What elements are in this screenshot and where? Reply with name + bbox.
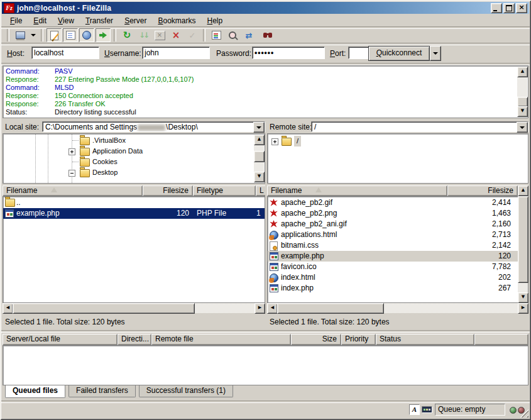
remote-site-dropdown-button[interactable] xyxy=(517,122,528,133)
tree-item-label: Application Data xyxy=(92,146,143,157)
local-tree: .VirtualBox Application Data Cookies Des… xyxy=(3,133,265,184)
scrollbar-thumb[interactable] xyxy=(518,196,528,283)
toggle-local-tree-button[interactable] xyxy=(63,28,78,42)
column-header-last-modified[interactable]: L xyxy=(256,185,265,196)
file-row[interactable]: index.html202 xyxy=(268,272,518,283)
file-row[interactable]: applications.html2,713 xyxy=(268,229,518,240)
host-input[interactable] xyxy=(31,47,99,59)
directory-listing-filters-button[interactable] xyxy=(209,28,224,42)
quickconnect-button[interactable]: Quickconnect xyxy=(368,46,430,61)
directory-comparison-button[interactable] xyxy=(225,28,240,42)
scroll-left-button[interactable]: ◀ xyxy=(267,303,278,314)
column-header-filesize[interactable]: Filesize xyxy=(447,185,518,196)
column-header-size[interactable]: Size xyxy=(291,334,341,345)
scroll-up-button[interactable]: ▲ xyxy=(518,185,528,196)
file-row[interactable]: index.php267 xyxy=(268,283,518,294)
disconnect-icon: × xyxy=(172,30,180,41)
tree-item-application-data[interactable]: Application Data xyxy=(3,146,265,157)
tab-failed-transfers[interactable]: Failed transfers xyxy=(68,385,136,397)
expand-plus-icon[interactable] xyxy=(271,138,278,145)
remote-site-row: Remote site: / xyxy=(267,121,528,133)
file-row[interactable]: apache_pb2.png1,463 xyxy=(268,208,518,219)
menu-item-view[interactable]: View xyxy=(52,16,80,26)
synchronized-browsing-button[interactable]: ⇄ xyxy=(241,28,256,42)
column-header-server-local-file[interactable]: Server/Local file xyxy=(3,334,118,345)
toggle-remote-tree-button[interactable] xyxy=(79,28,94,42)
process-queue-button[interactable]: ↓↓ xyxy=(136,28,151,42)
reconnect-button[interactable]: ✓ xyxy=(185,28,200,42)
tree-item-cookies[interactable]: Cookies xyxy=(3,157,265,167)
scroll-right-button[interactable]: ▶ xyxy=(255,303,265,314)
menu-item-help[interactable]: Help xyxy=(202,16,229,26)
file-row-example-php[interactable]: example.php 120 PHP File 1 xyxy=(3,208,265,219)
local-site-combobox[interactable]: C:\Documents and Settings\Desktop\ xyxy=(42,121,265,132)
file-row[interactable]: apache_pb2_ani.gif2,160 xyxy=(268,219,518,229)
tree-item-virtualbox[interactable]: .VirtualBox xyxy=(3,135,265,146)
remote-list-hscrollbar[interactable]: ◀ ▶ xyxy=(267,303,528,313)
local-list-hscrollbar[interactable]: ◀ ▶ xyxy=(3,303,265,313)
scroll-up-button[interactable]: ▲ xyxy=(517,67,528,77)
tree-item-desktop[interactable]: Desktop xyxy=(3,167,265,178)
column-header-status[interactable]: Status xyxy=(376,334,474,345)
site-manager-button[interactable] xyxy=(13,28,28,42)
scroll-down-button[interactable]: ▼ xyxy=(517,106,528,117)
scrollbar-thumb[interactable] xyxy=(517,97,528,107)
password-input[interactable] xyxy=(252,47,325,59)
folder-icon xyxy=(5,199,15,207)
scrollbar-thumb[interactable] xyxy=(254,151,265,162)
scroll-right-button[interactable]: ▶ xyxy=(518,303,528,314)
local-tree-scrollbar[interactable]: ▲ ▼ xyxy=(254,135,264,182)
scrollbar-thumb[interactable] xyxy=(277,303,384,314)
toggle-queue-button[interactable] xyxy=(96,28,111,42)
quickconnect-dropdown-button[interactable] xyxy=(430,46,441,61)
file-name: applications.html xyxy=(281,229,441,240)
tab-queued-files[interactable]: Queued files xyxy=(5,385,65,398)
maximize-button[interactable] xyxy=(503,3,515,13)
menu-item-server[interactable]: Server xyxy=(119,16,152,26)
menu-item-file[interactable]: File xyxy=(4,16,28,26)
column-header-priority[interactable]: Priority xyxy=(341,334,376,345)
file-row-updir[interactable]: .. xyxy=(3,197,265,208)
toggle-message-log-button[interactable] xyxy=(47,28,62,42)
column-header-filename[interactable]: Filename xyxy=(267,185,447,196)
disconnect-button[interactable]: × xyxy=(168,28,183,42)
tab-successful-transfers[interactable]: Successful transfers (1) xyxy=(139,385,233,397)
site-manager-dropdown-button[interactable] xyxy=(29,28,38,42)
folder-icon xyxy=(80,137,90,145)
menu-item-bookmarks[interactable]: Bookmarks xyxy=(152,16,201,26)
scroll-left-button[interactable]: ◀ xyxy=(3,303,13,314)
compare-icon xyxy=(229,31,236,39)
tree-item-root[interactable]: / xyxy=(268,136,528,146)
cancel-operation-button[interactable]: × xyxy=(152,28,167,42)
collapse-minus-icon[interactable] xyxy=(68,170,75,177)
expand-plus-icon[interactable] xyxy=(68,148,75,155)
log-line: Response:150 Connection accepted xyxy=(3,92,528,100)
menu-item-edit[interactable]: Edit xyxy=(28,16,52,26)
close-button[interactable]: × xyxy=(516,3,527,13)
file-row[interactable]: favicon.ico7,782 xyxy=(268,262,518,272)
column-header-filetype[interactable]: Filetype xyxy=(193,185,256,196)
scroll-down-button[interactable]: ▼ xyxy=(518,292,528,303)
column-header-remote-file[interactable]: Remote file xyxy=(151,334,291,345)
find-files-button[interactable] xyxy=(258,28,273,42)
scrollbar-thumb[interactable] xyxy=(13,303,195,314)
file-row[interactable]: bitnami.css2,142 xyxy=(268,240,518,251)
local-site-dropdown-button[interactable] xyxy=(253,122,265,133)
log-line: Response:227 Entering Passive Mode (127,… xyxy=(3,75,528,84)
file-row[interactable]: apache_pb2.gif2,414 xyxy=(268,197,518,208)
username-input[interactable] xyxy=(142,47,210,59)
column-header-filename[interactable]: Filename xyxy=(3,185,143,196)
column-header-direction[interactable]: Directi... xyxy=(118,334,151,345)
log-scrollbar[interactable]: ▲ ▼ xyxy=(517,67,527,117)
file-size: 1,463 xyxy=(448,208,511,219)
scroll-down-button[interactable]: ▼ xyxy=(254,172,265,182)
scroll-up-button[interactable]: ▲ xyxy=(254,135,265,145)
refresh-button[interactable]: ↻ xyxy=(119,28,134,42)
column-header-filesize[interactable]: Filesize xyxy=(143,185,193,196)
remote-list-scrollbar[interactable]: ▲ ▼ xyxy=(518,185,528,303)
column-label: Size xyxy=(322,334,337,343)
file-row-selected[interactable]: example.php120 xyxy=(268,251,518,262)
minimize-button[interactable] xyxy=(491,3,502,13)
remote-site-combobox[interactable]: / xyxy=(311,121,528,132)
menu-item-transfer[interactable]: Transfer xyxy=(80,16,119,26)
